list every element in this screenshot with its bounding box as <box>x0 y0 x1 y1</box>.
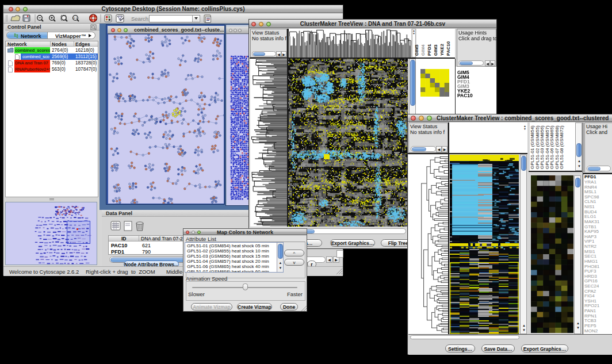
svg-text:1:1: 1:1 <box>74 17 78 20</box>
